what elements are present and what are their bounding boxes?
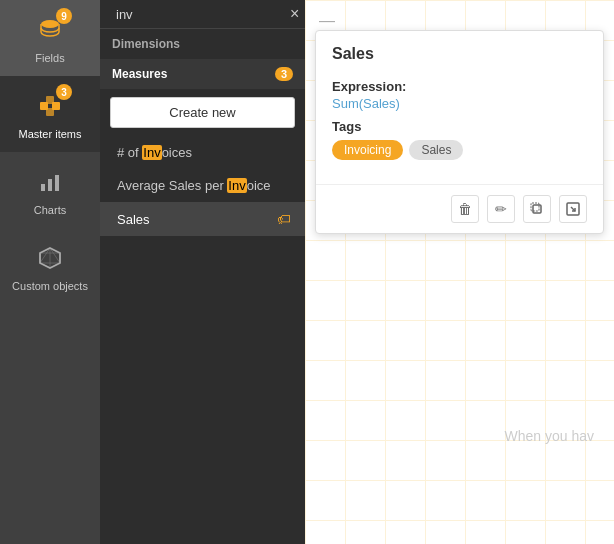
- main-content: — Sales Expression: Sum(Sales) Tags Invo…: [305, 0, 614, 544]
- list-item-sales-text: Sales: [117, 212, 150, 227]
- master-items-icon-wrap: 3: [32, 88, 68, 124]
- export-icon: [566, 202, 580, 216]
- svg-point-0: [41, 20, 59, 28]
- svg-rect-11: [531, 203, 539, 211]
- tags-label: Tags: [332, 119, 587, 134]
- minus-mark: —: [319, 12, 335, 30]
- sidebar-item-charts-label: Charts: [34, 204, 66, 216]
- svg-rect-5: [41, 184, 45, 191]
- sidebar-item-charts[interactable]: Charts: [0, 152, 100, 228]
- svg-rect-4: [46, 108, 54, 116]
- list-item-num-invoices[interactable]: # of Invoices: [100, 136, 305, 169]
- svg-rect-10: [533, 205, 541, 213]
- list-item-sales-row: Sales 🏷: [117, 211, 291, 227]
- sidebar-item-fields[interactable]: 9 Fields: [0, 0, 100, 76]
- svg-rect-7: [55, 175, 59, 191]
- search-input[interactable]: [116, 7, 284, 22]
- expression-value: Sum(Sales): [332, 96, 587, 111]
- list-item-sales[interactable]: Sales 🏷: [100, 202, 305, 236]
- sidebar-item-custom-objects[interactable]: Custom objects: [0, 228, 100, 304]
- popup-actions: 🗑 ✏: [316, 191, 603, 233]
- measures-count-badge: 3: [275, 67, 293, 81]
- delete-button[interactable]: 🗑: [451, 195, 479, 223]
- master-items-badge: 3: [56, 84, 72, 100]
- search-clear-button[interactable]: ×: [290, 6, 299, 22]
- list-item-avg-sales-text: Average Sales per Invoice: [117, 178, 271, 193]
- list-item-avg-sales[interactable]: Average Sales per Invoice: [100, 169, 305, 202]
- popup-title: Sales: [316, 31, 603, 67]
- fields-badge: 9: [56, 8, 72, 24]
- edit-button[interactable]: ✏: [487, 195, 515, 223]
- tag-invoicing[interactable]: Invoicing: [332, 140, 403, 160]
- sales-tag-icon: 🏷: [277, 211, 291, 227]
- custom-objects-icon-wrap: [32, 240, 68, 276]
- fields-icon-wrap: 9: [32, 12, 68, 48]
- dimensions-label: Dimensions: [112, 37, 180, 51]
- charts-icon-wrap: [32, 164, 68, 200]
- charts-icon: [36, 168, 64, 196]
- popup-card: Sales Expression: Sum(Sales) Tags Invoic…: [315, 30, 604, 234]
- when-text: When you hav: [505, 428, 595, 444]
- sidebar-item-master-items[interactable]: 3 Master items: [0, 76, 100, 152]
- tag-sales[interactable]: Sales: [409, 140, 463, 160]
- duplicate-button[interactable]: [523, 195, 551, 223]
- popup-tags: Invoicing Sales: [332, 140, 587, 160]
- expression-label: Expression:: [332, 79, 587, 94]
- svg-rect-6: [48, 179, 52, 191]
- duplicate-icon: [530, 202, 544, 216]
- sidebar-item-custom-objects-label: Custom objects: [12, 280, 88, 292]
- create-new-button[interactable]: Create new: [110, 97, 295, 128]
- dimensions-section-header[interactable]: Dimensions: [100, 29, 305, 59]
- sidebar-item-master-items-label: Master items: [19, 128, 82, 140]
- sidebar-item-fields-label: Fields: [35, 52, 64, 64]
- sidebar: 9 Fields 3 Master items Charts: [0, 0, 100, 544]
- list-item-num-invoices-text: # of Invoices: [117, 145, 192, 160]
- export-button[interactable]: [559, 195, 587, 223]
- popup-body: Expression: Sum(Sales) Tags Invoicing Sa…: [316, 67, 603, 174]
- measures-label: Measures: [112, 67, 167, 81]
- measures-section-header[interactable]: Measures 3: [100, 59, 305, 89]
- middle-panel: × Dimensions Measures 3 Create new # of …: [100, 0, 305, 544]
- custom-objects-icon: [36, 244, 64, 272]
- popup-divider: [316, 184, 603, 185]
- search-bar: ×: [100, 0, 305, 29]
- svg-rect-3: [46, 96, 54, 104]
